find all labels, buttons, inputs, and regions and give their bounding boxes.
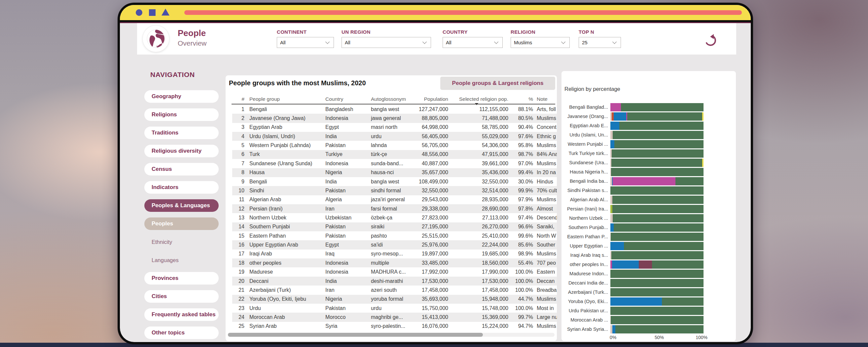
stacked-bar[interactable] (610, 131, 704, 139)
table-row[interactable]: 9BengaliIndiabangla west108,499,00032,55… (232, 177, 557, 186)
sidebar-item-provinces[interactable]: Provinces (144, 272, 219, 285)
chart-category-label: Moroccan Arab ... (561, 317, 610, 322)
filter-dropdown-top-n[interactable]: 25 (579, 37, 621, 48)
country: Iran (326, 287, 371, 293)
stacked-bar[interactable] (610, 325, 704, 334)
stacked-bar[interactable] (610, 307, 704, 315)
people-group: Urdu (Islami, Undri) (244, 134, 326, 140)
table-row[interactable]: 11Algerian ArabAlgeriajaza'iri general29… (232, 195, 557, 204)
horizontal-scrollbar-thumb[interactable] (228, 333, 483, 337)
table-row[interactable]: 25Syrian ArabSyriasyro-palestin...16,076… (232, 322, 557, 331)
stacked-bar[interactable] (610, 103, 704, 111)
table-row[interactable]: 8HausaNigeriahausa-nci35,657,00035,436,0… (232, 168, 557, 177)
sidebar-item-frequently-asked-tables[interactable]: Frequently asked tables (144, 308, 219, 321)
stacked-bar[interactable] (610, 279, 704, 287)
sidebar-item-traditions[interactable]: Traditions (144, 126, 219, 139)
stacked-bar[interactable] (610, 260, 704, 269)
sidebar-item-geography[interactable]: Geography (144, 90, 219, 103)
filter-dropdown-continent[interactable]: All (277, 37, 334, 48)
stacked-bar[interactable] (610, 205, 704, 213)
stacked-bar[interactable] (610, 112, 704, 121)
address-bar[interactable] (184, 10, 742, 15)
table-row[interactable]: 5Western Punjabi (Lahnda)Pakistanlahnda5… (232, 141, 557, 150)
sidebar-item-peoples-languages[interactable]: Peoples & Languages (144, 199, 219, 212)
column-header-num[interactable]: # (232, 96, 244, 102)
table-row[interactable]: 17Iraqi ArabIraqsyro-mesop...19,897,0001… (232, 250, 557, 258)
table-row[interactable]: 10SindhiPakistansindhi formal32,550,0003… (232, 186, 557, 195)
sidebar-item-other-topics[interactable]: Other topics (144, 326, 219, 339)
window-control-triangle-icon[interactable] (161, 8, 169, 16)
table-row[interactable]: 23UrduPakistanurdu15,750,00015,748,00010… (232, 304, 557, 313)
chevron-down-icon (561, 40, 565, 44)
stacked-bar[interactable] (610, 223, 704, 232)
filter-dropdown-religion[interactable]: Muslims (510, 37, 570, 48)
table-row[interactable]: 19MadureseIndonesiaMADHURA c...17,992,00… (232, 267, 557, 276)
table-row[interactable]: 4Urdu (Islami, Undri)Indiaurdu56,405,000… (232, 132, 557, 141)
window-control-circle-icon[interactable] (136, 9, 142, 16)
table-row[interactable]: 13Northern UzbekUzbekistanözbek-ça27,823… (232, 213, 557, 222)
column-header-country[interactable]: Country (326, 96, 371, 102)
table-toggle-button[interactable]: People groups & Largest religions (440, 77, 555, 90)
table-row[interactable]: 14Southern PunjabiPakistansiraiki27,195,… (232, 223, 557, 231)
table-row[interactable]: 21Azerbaijani (Turk)Iranazeri south17,45… (232, 286, 557, 294)
stacked-bar[interactable] (610, 297, 704, 306)
sidebar-item-languages[interactable]: Languages (144, 254, 219, 266)
row-number: 2 (232, 115, 244, 121)
column-header-people-group[interactable]: People group (244, 96, 326, 102)
table-row[interactable]: 1BengaliBangladeshbangla west127,247,000… (232, 105, 557, 114)
window-control-square-icon[interactable] (149, 9, 156, 16)
stacked-bar[interactable] (610, 242, 704, 250)
stacked-bar[interactable] (610, 233, 704, 241)
percent: 99.9% (508, 188, 533, 194)
table-row[interactable]: 22Yoruba (Oyo, Ekiti, IjebuNigeriayoruba… (232, 295, 557, 304)
table-row[interactable]: 15Eastern PathanPakistanpashto25,515,000… (232, 231, 557, 240)
people-group: Urdu (244, 306, 326, 311)
stacked-bar[interactable] (610, 316, 704, 324)
table-row[interactable]: 12Persian (Irani)Iranfarsi formal29,338,… (232, 204, 557, 213)
stacked-bar[interactable] (610, 196, 704, 204)
percent: 100.0% (508, 306, 533, 311)
table-row[interactable]: 7Sundanese (Urang Sunda)Indonesiasunda-b… (232, 159, 557, 168)
stacked-bar[interactable] (610, 177, 704, 185)
sidebar-item-religions[interactable]: Religions (144, 108, 219, 121)
population: 17,458,000 (410, 287, 448, 293)
column-header-autoglossonym[interactable]: Autoglossonym (371, 96, 410, 102)
chevron-down-icon (326, 40, 330, 44)
table-row[interactable]: 24Moroccan ArabMoroccomaghribi ge...15,4… (232, 313, 557, 322)
table-row[interactable]: 20DeccaniIndiadeshi-marathi17,530,00017,… (232, 277, 557, 286)
stacked-bar[interactable] (610, 251, 704, 259)
sidebar-item-census[interactable]: Census (144, 163, 219, 175)
table-row[interactable]: 2Javanese (Orang Jawa)Indonesiajawa gene… (232, 114, 557, 123)
column-header-selected-religion-pop[interactable]: Selected religion pop. (448, 96, 508, 102)
sidebar-item-indicators[interactable]: Indicators (144, 181, 219, 194)
sidebar-item-ethnicity[interactable]: Ethnicity (144, 236, 219, 248)
stacked-bar[interactable] (610, 158, 704, 167)
table-row[interactable]: 18other peoplesIndonesiamultiple33,485,0… (232, 258, 557, 267)
stacked-bar[interactable] (610, 270, 704, 278)
column-header-note[interactable]: Note (533, 96, 557, 102)
chart-category-label: Persian (Irani) Ira... (561, 206, 610, 211)
stacked-bar[interactable] (610, 214, 704, 223)
stacked-bar[interactable] (610, 288, 704, 296)
row-number: 5 (232, 142, 244, 148)
autoglossonym: özbek-ça (371, 215, 410, 221)
table-row[interactable]: 16Upper Egyptian ArabEgyptsa'idi25,976,0… (232, 240, 557, 249)
stacked-bar[interactable] (610, 140, 704, 148)
report-page: People Overview CONTINENTAllUN REGIONAll… (120, 5, 751, 342)
undo-arrow-icon[interactable] (703, 33, 718, 49)
chart-category-label: other peoples In... (561, 262, 610, 267)
stacked-bar[interactable] (610, 168, 704, 176)
sidebar-item-cities[interactable]: Cities (144, 290, 219, 303)
horizontal-scrollbar[interactable] (228, 333, 555, 337)
sidebar-item-peoples[interactable]: Peoples (144, 218, 219, 230)
stacked-bar[interactable] (610, 186, 704, 195)
table-row[interactable]: 3Egyptian ArabEgyptmasri north64,998,000… (232, 123, 557, 132)
column-header-num[interactable]: % (508, 96, 533, 102)
filter-dropdown-country[interactable]: All (442, 37, 503, 48)
stacked-bar[interactable] (610, 149, 704, 157)
filter-dropdown-un-region[interactable]: All (342, 37, 431, 48)
table-row[interactable]: 6TurkTurkiyetürk-çe48,556,00047,915,0009… (232, 150, 557, 159)
column-header-population[interactable]: Population (410, 96, 448, 102)
sidebar-item-religious-diversity[interactable]: Religious diversity (144, 145, 219, 157)
stacked-bar[interactable] (610, 122, 704, 130)
